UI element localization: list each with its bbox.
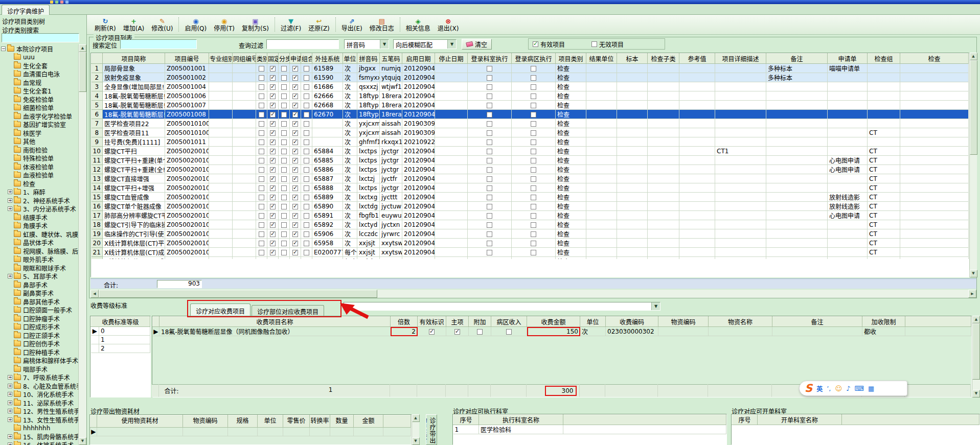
row-checkbox[interactable]	[281, 84, 287, 90]
row-checkbox[interactable]	[531, 222, 536, 228]
row-checkbox[interactable]	[270, 231, 276, 237]
row-checkbox[interactable]	[292, 75, 298, 81]
row-checkbox[interactable]	[281, 231, 287, 237]
ime-voice-icon[interactable]: ♪	[846, 385, 850, 392]
row-checkbox[interactable]	[259, 185, 264, 191]
row-checkbox[interactable]	[304, 130, 309, 136]
row-checkbox[interactable]	[270, 112, 276, 118]
tree-item[interactable]: +15、肌肉骨骼系统手	[1, 432, 78, 441]
tree-item[interactable]: 体液检验单	[1, 162, 78, 171]
row-checkbox[interactable]	[487, 130, 492, 136]
column-header[interactable]: 登录病区执行	[512, 54, 556, 64]
scroll-down-icon[interactable]: ▼	[412, 437, 420, 445]
row-checkbox[interactable]	[531, 213, 536, 219]
toolbar-button-refresh[interactable]: ↻刷新(R)	[91, 15, 120, 34]
tree-item[interactable]: 口腔创伤手术	[1, 340, 78, 348]
row-checkbox[interactable]	[487, 213, 492, 219]
tree-item[interactable]: 角膜手术	[1, 222, 78, 230]
project-row[interactable]: 18螺旋CT引导下的临床操Z0050020010165892次lxctydjyc…	[92, 220, 969, 229]
row-checkbox[interactable]	[304, 222, 309, 228]
row-checkbox[interactable]	[281, 213, 287, 219]
row-checkbox[interactable]	[259, 112, 264, 118]
column-header[interactable]: 结果单位	[586, 54, 617, 64]
row-checkbox[interactable]	[270, 185, 276, 191]
project-row[interactable]: 11螺旋CT平扫+重建(单个Z0050020010065885次lxctpsjy…	[92, 156, 969, 165]
column-header[interactable]: 组合	[301, 54, 312, 64]
row-checkbox[interactable]	[531, 167, 536, 173]
fee-checkbox[interactable]	[454, 329, 460, 335]
tree-item[interactable]: +2、神经系统手术	[1, 196, 78, 205]
row-checkbox[interactable]	[259, 250, 264, 255]
tree-item[interactable]: 晶状体手术	[1, 239, 78, 247]
fee-scrollbar-thumb[interactable]	[972, 323, 980, 380]
tree-root-item[interactable]: −本院诊疗项目	[1, 44, 78, 53]
column-header[interactable]: 附加	[469, 317, 491, 327]
row-checkbox[interactable]	[270, 167, 276, 173]
toolbar-button-enable[interactable]: ◉启用(Q)	[181, 15, 210, 34]
fee-vscrollbar[interactable]: ▲ ▼	[972, 316, 980, 397]
column-header[interactable]: 分步	[279, 54, 290, 64]
expand-icon[interactable]: +	[8, 417, 12, 422]
toolbar-button-disable[interactable]: ◉停用(T)	[210, 15, 238, 34]
row-checkbox[interactable]	[304, 75, 309, 81]
tab-dictionary-maintenance[interactable]: 诊疗字典维护	[2, 5, 50, 15]
sogou-logo-icon[interactable]: S	[805, 383, 812, 394]
row-checkbox[interactable]	[270, 93, 276, 99]
ime-emoji-icon[interactable]: ☺	[835, 385, 842, 392]
row-checkbox[interactable]	[531, 250, 536, 255]
project-row[interactable]: 7医学检查项目22Z00500101000次yxjcxmaissah201903…	[92, 119, 969, 128]
scroll-left-icon[interactable]: ◀	[90, 290, 99, 298]
chevron-down-icon[interactable]: ▼	[380, 40, 389, 49]
toolbar-button-modify[interactable]: ✎修改(U)	[148, 15, 176, 34]
row-checkbox[interactable]	[281, 121, 287, 127]
column-header[interactable]: 序号	[453, 415, 479, 425]
tree-item[interactable]: 虹膜、睫状体、巩膜	[1, 230, 78, 239]
row-checkbox[interactable]	[259, 241, 264, 246]
row-checkbox[interactable]	[487, 66, 492, 72]
expand-icon[interactable]: +	[8, 434, 12, 439]
row-checkbox[interactable]	[304, 176, 309, 182]
column-header[interactable]	[383, 415, 411, 428]
expand-icon[interactable]: +	[8, 442, 12, 445]
hscrollbar-thumb[interactable]	[99, 290, 377, 298]
expand-icon[interactable]: +	[8, 206, 12, 211]
invalid-checkbox[interactable]	[591, 41, 597, 47]
row-checkbox[interactable]	[487, 112, 492, 118]
column-header[interactable]: 零售价	[283, 415, 310, 428]
row-checkbox[interactable]	[531, 139, 536, 145]
row-checkbox[interactable]	[270, 213, 276, 219]
column-header[interactable]: 参考值	[679, 54, 715, 64]
tree-item[interactable]: +5、耳部手术	[1, 272, 78, 281]
tree-item[interactable]: +16、体被系统手术	[1, 441, 78, 445]
column-header[interactable]: 有效标识	[418, 317, 446, 327]
row-checkbox[interactable]	[259, 158, 264, 163]
row-checkbox[interactable]	[304, 250, 309, 255]
project-row[interactable]: 618氟-脱氧葡萄糖断层!Z00500100862670次18ftyp18rer…	[92, 110, 969, 119]
row-checkbox[interactable]	[292, 204, 298, 209]
row-checkbox[interactable]	[304, 139, 309, 145]
row-checkbox[interactable]	[292, 130, 298, 136]
expand-icon[interactable]: +	[8, 392, 12, 396]
tree-item[interactable]: +1、麻醉	[1, 188, 78, 197]
column-header[interactable]: 启用日期	[402, 54, 435, 64]
row-checkbox[interactable]	[281, 185, 287, 191]
column-header[interactable]: 申请单	[828, 54, 868, 64]
project-row[interactable]: 418氟-脱氧葡萄糖断层!Z00500100662666次18ftyp18rer…	[92, 91, 969, 101]
toolbar-button-add[interactable]: +增加(A)	[120, 15, 148, 34]
filter-input[interactable]	[266, 39, 339, 49]
row-checkbox[interactable]	[304, 185, 309, 191]
column-header[interactable]: 执行科室名称	[479, 415, 563, 425]
tree-item[interactable]: +3、内分泌系统手术	[1, 205, 78, 214]
project-row[interactable]: 9挂号费(免费)[1111]Z005001011次ghfmf1rkxqx1202…	[92, 137, 969, 147]
tree-item[interactable]: 核医学	[1, 129, 78, 137]
row-checkbox[interactable]	[531, 204, 536, 209]
fee-checkbox[interactable]	[506, 329, 512, 335]
tree-item[interactable]: 检查	[1, 179, 78, 188]
row-checkbox[interactable]	[487, 149, 492, 154]
fee-level-row[interactable]: 2	[91, 344, 150, 353]
row-checkbox[interactable]	[270, 66, 276, 72]
row-checkbox[interactable]	[270, 158, 276, 163]
column-header[interactable]: 金额	[354, 415, 383, 428]
expand-icon[interactable]: +	[8, 409, 12, 413]
row-checkbox[interactable]	[304, 231, 309, 237]
